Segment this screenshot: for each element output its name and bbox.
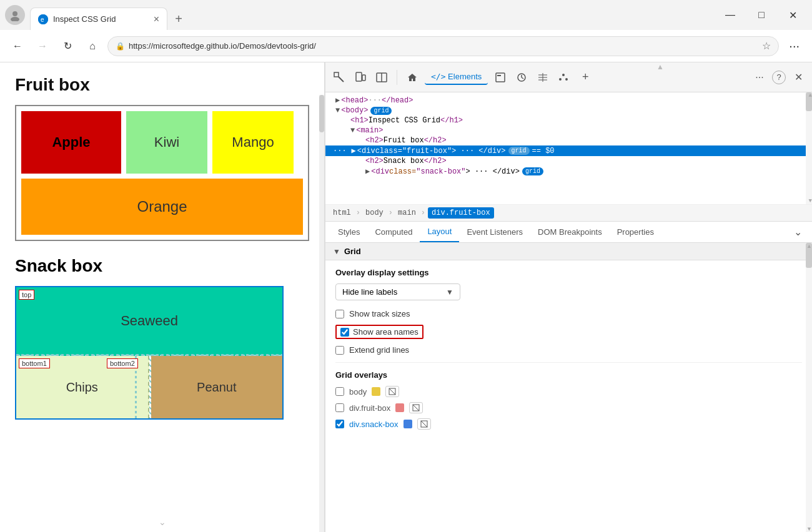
profile-icon[interactable]: [5, 5, 25, 25]
dropdown-label: Hide line labels: [342, 287, 397, 297]
dom-main-line[interactable]: ▼ <main>: [325, 126, 812, 135]
scroll-up-layout[interactable]: ▲: [806, 243, 812, 249]
browser-window: e Inspect CSS Grid × + — □ ✕ ← → ↻ ⌂ 🔒 h…: [0, 0, 812, 532]
close-button[interactable]: ✕: [778, 5, 807, 25]
grid-section-label: Grid: [344, 247, 361, 256]
overlay-display-settings-title: Overlay display settings: [335, 268, 802, 277]
extend-grid-lines-checkbox[interactable]: [335, 346, 344, 355]
active-tab[interactable]: e Inspect CSS Grid ×: [30, 7, 167, 30]
expand-main[interactable]: ▼: [350, 126, 355, 135]
tab-event-listeners[interactable]: Event Listeners: [459, 222, 530, 242]
dom-snack-box-line[interactable]: ▶ <div class= "snack-box" > ··· </div> g…: [325, 166, 812, 177]
grid-overlays-title: Grid overlays: [335, 370, 802, 380]
expand-body[interactable]: ▼: [335, 106, 340, 115]
title-bar: e Inspect CSS Grid × + — □ ✕: [0, 0, 812, 30]
svg-point-1: [11, 17, 19, 21]
tab-title: Inspect CSS Grid: [53, 14, 149, 24]
back-button[interactable]: ←: [7, 36, 27, 56]
show-area-names-checkbox[interactable]: [340, 328, 349, 337]
bc-body[interactable]: body: [363, 207, 386, 219]
home-panel-button[interactable]: [404, 69, 421, 86]
split-pane-button[interactable]: [373, 69, 390, 86]
svg-rect-7: [362, 75, 365, 81]
tabs-more-button[interactable]: ⌄: [789, 224, 807, 240]
reload-button[interactable]: ↻: [57, 36, 77, 56]
dom-tree: ▲ ▼ ▶ <head> ··· </head> ▼ <body> grid: [325, 92, 812, 205]
extend-grid-lines-row: Extend grid lines: [335, 345, 802, 355]
svg-line-16: [413, 405, 419, 411]
scroll-down-layout[interactable]: ▼: [806, 526, 812, 532]
bc-main[interactable]: main: [395, 207, 418, 219]
overlay-fruit-box-label: div.fruit-box: [349, 403, 390, 413]
browser-more-button[interactable]: ···: [784, 36, 805, 56]
tab-properties[interactable]: Properties: [610, 222, 661, 242]
devtools-close-button[interactable]: ✕: [790, 69, 807, 86]
tab-computed[interactable]: Computed: [367, 222, 420, 242]
add-tab-button[interactable]: +: [577, 69, 594, 86]
elements-panel-button[interactable]: </> Elements: [425, 69, 488, 85]
sources-panel-button[interactable]: [513, 69, 530, 86]
bc-html[interactable]: html: [330, 207, 354, 219]
snack-box-grid-badge[interactable]: grid: [522, 167, 543, 175]
expand-fruit[interactable]: ▶: [352, 146, 356, 155]
toolbar-separator: [397, 70, 397, 85]
tab-styles[interactable]: Styles: [330, 222, 367, 242]
dom-h2-fruit-line[interactable]: <h2>Fruit box</h2>: [325, 135, 812, 145]
forward-button[interactable]: →: [32, 36, 52, 56]
minimize-button[interactable]: —: [716, 5, 745, 25]
grid-section-header[interactable]: ▼ Grid: [325, 243, 812, 260]
body-grid-badge[interactable]: grid: [370, 107, 392, 115]
help-button[interactable]: ?: [772, 71, 786, 84]
svg-rect-10: [496, 73, 505, 82]
svg-rect-11: [497, 75, 501, 76]
svg-line-5: [339, 77, 344, 82]
expand-head[interactable]: ▶: [335, 96, 340, 105]
dom-body-line[interactable]: ▼ <body> grid: [325, 106, 812, 116]
scroll-up[interactable]: ▲: [656, 62, 664, 71]
overlay-fruit-box: div.fruit-box: [335, 402, 802, 413]
bc-div-fruit-box[interactable]: div.fruit-box: [428, 207, 494, 219]
window-controls: — □ ✕: [716, 5, 807, 25]
overlay-body-checkbox[interactable]: [335, 387, 344, 396]
new-tab-button[interactable]: +: [167, 7, 190, 30]
device-emulation-button[interactable]: [352, 69, 369, 86]
scroll-up-dom[interactable]: ▲: [809, 92, 812, 99]
overflow-menu-button[interactable]: ···: [751, 69, 768, 86]
overlay-fruit-box-checkbox[interactable]: [335, 403, 344, 412]
scroll-track[interactable]: [319, 95, 324, 532]
console-panel-button[interactable]: [492, 69, 509, 86]
home-button[interactable]: ⌂: [82, 36, 102, 56]
snack-box-badge-button[interactable]: [417, 418, 431, 430]
dom-h2-snack-line[interactable]: <h2>Snack box</h2>: [325, 156, 812, 166]
fruit-box-grid-badge[interactable]: grid: [508, 147, 530, 155]
url-text: https://microsoftedge.github.io/Demos/de…: [129, 41, 758, 51]
favorite-button[interactable]: ☆: [762, 40, 771, 52]
show-track-sizes-checkbox[interactable]: [335, 310, 344, 318]
extend-grid-lines-label: Extend grid lines: [349, 345, 409, 355]
dom-h1-line[interactable]: <h1>Inspect CSS Grid</h1>: [325, 116, 812, 126]
content-area: Fruit box Apple Kiwi Mango Orange: [0, 62, 812, 532]
h-grid-line: [16, 354, 282, 356]
maximize-button[interactable]: □: [747, 5, 776, 25]
dom-fruit-box-line[interactable]: ··· ▶ <div class= "fruit-box" > ··· </di…: [325, 145, 812, 156]
webpage-preview: Fruit box Apple Kiwi Mango Orange: [0, 62, 325, 532]
dom-head-line[interactable]: ▶ <head> ··· </head>: [325, 95, 812, 106]
scroll-thumb[interactable]: [319, 95, 324, 132]
tab-dom-breakpoints[interactable]: DOM Breakpoints: [530, 222, 610, 242]
tab-layout[interactable]: Layout: [420, 222, 459, 242]
line-labels-dropdown[interactable]: Hide line labels ▼: [335, 283, 460, 300]
show-area-names-highlighted: Show area names: [335, 325, 423, 339]
body-badge-button[interactable]: [385, 386, 399, 397]
dom-scroll-track[interactable]: ▲ ▼: [806, 92, 812, 204]
layout-scroll-track[interactable]: ▲ ▼: [806, 243, 812, 532]
overlay-snack-box-checkbox[interactable]: [335, 420, 344, 428]
more-tools-button[interactable]: [555, 69, 573, 86]
fruit-box-badge-button[interactable]: [409, 402, 423, 413]
tab-close-button[interactable]: ×: [154, 14, 159, 25]
expand-snack[interactable]: ▶: [365, 167, 370, 176]
bottom1-area-label: bottom1: [19, 358, 50, 368]
network-panel-button[interactable]: [534, 69, 552, 86]
inspect-element-button[interactable]: [330, 69, 348, 86]
url-bar[interactable]: 🔒 https://microsoftedge.github.io/Demos/…: [107, 36, 779, 56]
scroll-down-dom[interactable]: ▼: [809, 198, 812, 204]
